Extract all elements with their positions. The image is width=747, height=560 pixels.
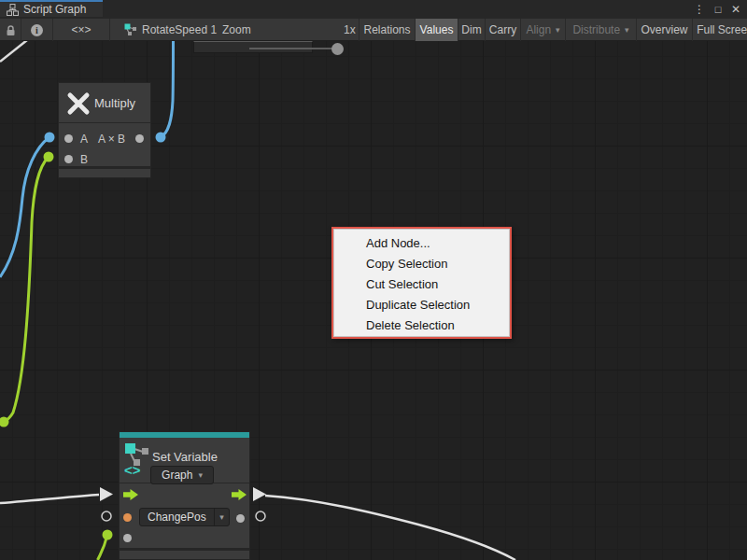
tab-script-graph[interactable]: Script Graph xyxy=(0,0,103,17)
variable-scope-dropdown[interactable]: Graph ▾ xyxy=(150,466,214,484)
dim-button[interactable]: Dim xyxy=(458,19,486,41)
tab-bar: Script Graph ⋮ □ ✕ xyxy=(0,0,747,19)
input-port-a[interactable] xyxy=(64,134,73,143)
menu-item-cut-selection[interactable]: Cut Selection xyxy=(333,274,510,295)
window-maximize-button[interactable]: □ xyxy=(710,0,726,19)
chevron-down-icon: ▾ xyxy=(625,25,629,35)
relations-label: Relations xyxy=(363,23,410,36)
port-label-result: A × B xyxy=(98,133,125,146)
output-port-value[interactable] xyxy=(236,514,245,523)
context-menu: Add Node... Copy Selection Cut Selection… xyxy=(331,227,512,339)
align-button[interactable]: Align ▾ xyxy=(521,19,566,41)
menu-item-delete-selection[interactable]: Delete Selection xyxy=(333,315,510,336)
values-button[interactable]: Values xyxy=(416,19,458,41)
input-port-b[interactable] xyxy=(64,155,73,163)
zoom-value: 1x xyxy=(344,19,356,41)
code-icon: <×> xyxy=(71,23,91,36)
overview-label: Overview xyxy=(641,23,687,36)
distribute-label: Distribute xyxy=(572,23,620,36)
dim-label: Dim xyxy=(461,23,481,36)
values-label: Values xyxy=(420,23,454,36)
lock-icon xyxy=(6,24,16,36)
carry-label: Carry xyxy=(489,23,516,36)
svg-text:<>: <> xyxy=(124,462,141,477)
port-label-b: B xyxy=(80,153,88,166)
toolbar: i <×> RotateSpeed 1 Zoom 1x Relations Va… xyxy=(0,19,747,41)
graph-breadcrumb[interactable]: RotateSpeed 1 xyxy=(142,19,217,41)
multiply-icon xyxy=(64,90,92,118)
menu-item-copy-selection[interactable]: Copy Selection xyxy=(333,254,510,274)
input-port-extra[interactable] xyxy=(123,534,132,542)
code-preview-button[interactable]: <×> xyxy=(53,19,110,41)
node-title: Set Variable xyxy=(152,450,218,464)
distribute-button[interactable]: Distribute ▾ xyxy=(566,19,637,41)
window-menu-button[interactable]: ⋮ xyxy=(691,0,708,19)
align-label: Align xyxy=(526,23,551,36)
chevron-down-icon: ▾ xyxy=(198,470,203,480)
dropdown-arrow-section[interactable]: ▾ xyxy=(214,509,229,525)
full-screen-label: Full Screen xyxy=(697,23,747,36)
overview-button[interactable]: Overview xyxy=(637,19,693,41)
zoom-slider-track[interactable] xyxy=(249,48,335,49)
carry-button[interactable]: Carry xyxy=(486,19,521,41)
node-multiply[interactable]: Multiply A A × B B xyxy=(58,82,151,178)
graph-tab-icon xyxy=(7,4,19,16)
chevron-down-icon: ▾ xyxy=(219,512,224,522)
node-footer-divider xyxy=(120,548,249,551)
graph-unit-icon xyxy=(124,23,137,36)
info-button[interactable]: i xyxy=(21,19,53,41)
script-graph-window: Multiply A A × B B <> Set Variable Graph… xyxy=(0,0,747,560)
multiply-header[interactable]: Multiply xyxy=(59,83,150,123)
set-variable-header[interactable]: <> Set Variable Graph ▾ xyxy=(120,438,249,483)
info-icon: i xyxy=(31,24,43,36)
port-label-a: A xyxy=(80,133,88,146)
output-port-result[interactable] xyxy=(135,134,144,143)
scope-value: Graph xyxy=(162,469,192,482)
variable-name-value: ChangePos xyxy=(140,511,214,524)
lock-button[interactable] xyxy=(0,19,21,41)
set-variable-icon: <> xyxy=(123,441,151,477)
zoom-label: Zoom xyxy=(222,19,251,41)
value-port-orange[interactable] xyxy=(123,513,132,522)
node-footer-divider xyxy=(59,166,150,169)
node-set-variable[interactable]: <> Set Variable Graph ▾ ChangePos ▾ xyxy=(119,431,250,560)
node-title: Multiply xyxy=(94,96,135,110)
flow-output-arrow[interactable] xyxy=(232,488,247,501)
zoom-slider-knob[interactable] xyxy=(331,43,344,55)
relations-button[interactable]: Relations xyxy=(359,19,416,41)
menu-item-duplicate-selection[interactable]: Duplicate Selection xyxy=(333,295,510,315)
window-close-button[interactable]: ✕ xyxy=(727,0,744,19)
chevron-down-icon: ▾ xyxy=(556,25,560,35)
menu-item-add-node[interactable]: Add Node... xyxy=(333,233,510,254)
full-screen-button[interactable]: Full Screen xyxy=(693,19,747,41)
flow-input-arrow[interactable] xyxy=(123,488,138,501)
tab-title: Script Graph xyxy=(23,3,86,16)
variable-name-dropdown[interactable]: ChangePos ▾ xyxy=(139,508,230,526)
